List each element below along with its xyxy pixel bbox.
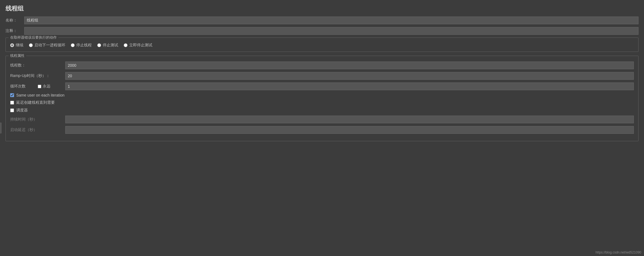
delay-create-label: 延迟创建线程直到需要: [16, 100, 55, 105]
radio-stop-test-input[interactable]: [97, 43, 101, 47]
radio-stop-thread-input[interactable]: [71, 43, 75, 47]
scheduler-row: 调度器: [10, 108, 634, 113]
loop-forever-checkbox[interactable]: [38, 85, 41, 88]
sampler-error-section: 在取样器错误后要执行的动作 继续 启动下一进程循环 停止线程 停止测试 立即停止…: [6, 38, 638, 52]
loop-count-input[interactable]: [65, 82, 634, 90]
delay-create-checkbox[interactable]: [10, 101, 14, 105]
radio-next-loop-label: 启动下一进程循环: [34, 43, 65, 48]
radio-stop-thread-label: 停止线程: [76, 43, 92, 48]
duration-input[interactable]: [65, 116, 634, 123]
radio-continue-input[interactable]: [10, 43, 14, 47]
radio-stop-test-now-label: 立即停止测试: [129, 43, 152, 48]
same-user-label: Same user on each iteration: [16, 93, 64, 97]
props-grid: 线程数： Ramp-Up时间（秒）： 循环次数 永远 Same use: [10, 62, 634, 134]
name-input[interactable]: [24, 17, 638, 24]
thread-props-legend: 线程属性: [9, 53, 26, 58]
same-user-row: Same user on each iteration: [10, 93, 634, 97]
loop-forever-container: 永远: [38, 84, 63, 89]
ramp-up-row: Ramp-Up时间（秒）：: [10, 72, 634, 80]
radio-stop-test-now-input[interactable]: [124, 43, 128, 47]
loop-label: 循环次数: [10, 84, 38, 89]
page-title: 线程组: [6, 4, 638, 13]
thread-count-input[interactable]: [65, 62, 634, 69]
scheduler-checkbox[interactable]: [10, 108, 14, 112]
name-row: 名称：: [6, 17, 638, 24]
resize-handle[interactable]: [0, 122, 2, 134]
sampler-error-legend: 在取样器错误后要执行的动作: [9, 35, 58, 40]
radio-continue-label: 继续: [16, 43, 23, 48]
error-action-group: 继续 启动下一进程循环 停止线程 停止测试 立即停止测试: [10, 43, 634, 48]
radio-stop-thread[interactable]: 停止线程: [71, 43, 92, 48]
radio-stop-test[interactable]: 停止测试: [97, 43, 118, 48]
comment-label: 注释：: [6, 28, 22, 33]
comment-input[interactable]: [24, 27, 638, 35]
duration-label: 持续时间（秒）: [10, 117, 65, 122]
radio-stop-test-now[interactable]: 立即停止测试: [124, 43, 152, 48]
comment-row: 注释：: [6, 27, 638, 35]
radio-next-loop[interactable]: 启动下一进程循环: [29, 43, 65, 48]
footer-url: https://blog.csdn.net/wd521090: [596, 250, 641, 254]
startup-delay-row: 启动延迟（秒）: [10, 126, 634, 134]
radio-continue[interactable]: 继续: [10, 43, 23, 48]
scheduler-label: 调度器: [16, 108, 28, 113]
thread-count-row: 线程数：: [10, 62, 634, 69]
loop-forever-label: 永远: [43, 84, 50, 89]
ramp-up-label: Ramp-Up时间（秒）：: [10, 73, 65, 78]
radio-stop-test-label: 停止测试: [103, 43, 118, 48]
same-user-checkbox[interactable]: [10, 93, 14, 97]
radio-next-loop-input[interactable]: [29, 43, 33, 47]
startup-delay-input[interactable]: [65, 126, 634, 134]
name-label: 名称：: [6, 18, 22, 23]
loop-row: 循环次数 永远: [10, 82, 634, 90]
ramp-up-input[interactable]: [65, 72, 634, 80]
thread-props-section: 线程属性 线程数： Ramp-Up时间（秒）： 循环次数 永远: [6, 56, 638, 141]
startup-delay-label: 启动延迟（秒）: [10, 127, 65, 132]
duration-row: 持续时间（秒）: [10, 116, 634, 123]
delay-create-row: 延迟创建线程直到需要: [10, 100, 634, 105]
thread-count-label: 线程数：: [10, 63, 65, 68]
